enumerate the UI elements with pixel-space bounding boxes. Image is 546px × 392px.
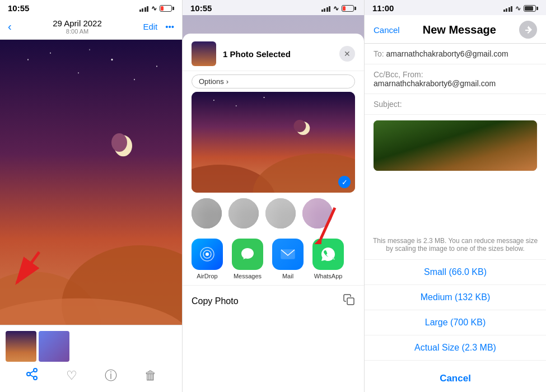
mail-icon	[272, 239, 304, 270]
options-button[interactable]: Options ›	[192, 74, 355, 88]
to-label: To:	[374, 49, 384, 58]
copy-photo-label: Copy Photo	[192, 296, 239, 306]
battery-icon-3	[524, 5, 538, 12]
size-option-small[interactable]: Small (66.0 KB)	[365, 260, 546, 285]
contact-bubble-2[interactable]	[228, 198, 259, 228]
panel1-photos: 10:55 ∿ ‹ 29 April 2022 8:00 AM Edi	[0, 0, 182, 392]
top-actions: Edit •••	[143, 22, 174, 31]
messages-label: Messages	[234, 273, 262, 279]
cc-field[interactable]: Cc/Bcc, From: amarnathchakraborty6@gmail…	[365, 64, 546, 94]
status-bar-3: 11:00 ∿	[365, 0, 546, 15]
panel3-mail: 11:00 ∿ Cancel New Message	[364, 0, 546, 392]
size-option-large[interactable]: Large (700 KB)	[365, 310, 546, 335]
share-thumb	[192, 41, 216, 66]
size-message: This message is 2.3 MB. You can reduce m…	[365, 235, 546, 259]
svg-rect-29	[347, 298, 354, 305]
signal-icon-3	[503, 5, 513, 12]
svg-point-17	[293, 120, 306, 132]
svg-point-7	[89, 49, 90, 50]
wifi-icon-2: ∿	[333, 4, 339, 12]
size-option-medium[interactable]: Medium (132 KB)	[365, 285, 546, 310]
avatar-3	[265, 198, 296, 228]
avatar-2	[228, 198, 259, 228]
time-2: 10:55	[190, 3, 212, 13]
delete-button[interactable]: 🗑	[144, 368, 157, 383]
edit-button[interactable]: Edit	[143, 22, 157, 31]
app-icons-row: AirDrop Messages Mail	[183, 234, 364, 283]
compose-title: New Message	[423, 24, 496, 36]
contact-bubble-3[interactable]	[265, 198, 296, 228]
signal-icon	[139, 5, 149, 12]
thumbnail-2[interactable]	[39, 331, 69, 362]
avatar-1	[192, 198, 222, 228]
battery-icon-2	[342, 5, 356, 12]
share-button[interactable]	[25, 367, 39, 384]
avatar-4	[302, 198, 333, 228]
share-sheet: 1 Photo Selected ✕ Options ›	[183, 34, 364, 392]
status-bar-1: 10:55 ∿	[0, 0, 182, 15]
messages-icon	[232, 239, 263, 270]
selection-check: ✓	[338, 176, 351, 188]
svg-point-5	[134, 79, 135, 80]
options-label: Options	[199, 77, 224, 86]
share-header: 1 Photo Selected ✕	[183, 34, 364, 71]
main-photo	[0, 40, 182, 325]
bottom-toolbar: ♡ ⓘ 🗑	[0, 325, 182, 392]
status-icons-1: ∿	[139, 4, 175, 12]
app-item-mail[interactable]: Mail	[272, 239, 304, 279]
status-icons-3: ∿	[503, 4, 539, 12]
contact-bubble-1[interactable]	[192, 198, 222, 228]
battery-icon	[160, 5, 174, 12]
svg-point-25	[206, 253, 209, 256]
copy-photo-row[interactable]: Copy Photo	[183, 285, 364, 316]
photos-top-bar: ‹ 29 April 2022 8:00 AM Edit •••	[0, 15, 182, 40]
favorite-button[interactable]: ♡	[66, 368, 77, 383]
time-1: 10:55	[8, 3, 29, 13]
cancel-size-button[interactable]: Cancel	[365, 365, 546, 392]
subject-label: Subject:	[374, 100, 402, 109]
share-close-button[interactable]: ✕	[339, 46, 355, 62]
to-field[interactable]: To: amarnathchakraborty6@gmail.com	[365, 44, 546, 64]
copy-icon	[343, 293, 355, 309]
send-button[interactable]	[519, 21, 537, 39]
compose-cancel-button[interactable]: Cancel	[374, 25, 400, 35]
date-section: 29 April 2022 8:00 AM	[53, 18, 102, 35]
contact-bubbles	[183, 193, 364, 234]
contact-bubble-4[interactable]	[302, 198, 333, 228]
svg-point-18	[213, 100, 214, 101]
svg-point-2	[50, 52, 51, 53]
svg-rect-30	[374, 120, 537, 171]
whatsapp-label: WhatsApp	[314, 273, 343, 279]
app-item-airdrop[interactable]: AirDrop	[192, 239, 223, 279]
status-icons-2: ∿	[321, 4, 357, 12]
thumbnail-1[interactable]	[6, 331, 36, 362]
photo-time: 8:00 AM	[53, 28, 102, 35]
to-value: amarnathchakraborty6@gmail.com	[386, 49, 508, 58]
large-preview: ✓	[192, 92, 355, 193]
svg-point-19	[236, 105, 237, 106]
share-title: 1 Photo Selected	[223, 49, 339, 59]
subject-field[interactable]: Subject:	[365, 94, 546, 115]
toolbar-actions: ♡ ⓘ 🗑	[0, 366, 182, 389]
thumbnails	[0, 331, 182, 366]
wifi-icon: ∿	[151, 4, 157, 12]
app-item-messages[interactable]: Messages	[232, 239, 263, 279]
app-item-whatsapp[interactable]: WhatsApp	[312, 239, 344, 279]
info-button[interactable]: ⓘ	[105, 367, 117, 384]
size-option-actual[interactable]: Actual Size (2.3 MB)	[365, 335, 546, 361]
more-button[interactable]: •••	[165, 22, 174, 31]
svg-point-1	[27, 59, 29, 60]
cc-value: amarnathchakraborty6@gmail.com	[374, 79, 496, 88]
whatsapp-icon	[312, 239, 344, 270]
svg-point-6	[156, 66, 157, 67]
signal-icon-2	[321, 5, 331, 12]
back-button[interactable]: ‹	[8, 20, 12, 33]
compose-body[interactable]	[365, 115, 546, 235]
options-chevron: ›	[226, 77, 228, 86]
cc-label: Cc/Bcc, From:	[374, 70, 423, 79]
compose-card: Cancel New Message To: amarnathchakrabor…	[365, 15, 546, 392]
attached-image	[374, 120, 537, 171]
svg-point-4	[111, 59, 113, 61]
mail-label: Mail	[282, 273, 293, 279]
time-3: 11:00	[372, 3, 394, 13]
